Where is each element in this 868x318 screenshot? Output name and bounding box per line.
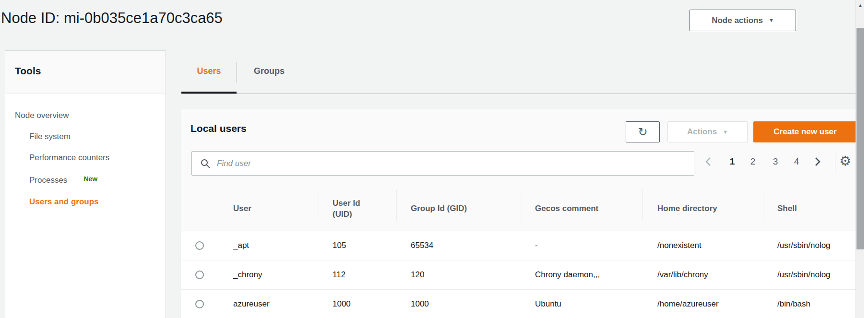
sidebar-item-performance-counters[interactable]: Performance counters (29, 153, 109, 163)
sidebar-item-processes[interactable]: ProcessesNew (29, 176, 97, 185)
column-separator (522, 189, 522, 221)
chevron-down-icon: ▼ (723, 130, 728, 135)
vertical-scrollbar[interactable]: ▲ (856, 0, 864, 318)
page-button-2[interactable]: 2 (747, 155, 759, 168)
cell-uid: 1000 (319, 290, 396, 318)
fleet-manager-screen: Node ID: mi-0b035ce1a70c3ca65 Node actio… (0, 0, 868, 318)
row-radio-button[interactable] (195, 271, 204, 279)
tools-sidebar: Tools Node overview File system Performa… (5, 50, 166, 318)
create-new-user-button[interactable]: Create new user (753, 121, 857, 142)
search-input[interactable] (217, 152, 694, 175)
cell-gecos: Ubuntu (522, 290, 642, 318)
cell-gecos: Chrony daemon,,, (522, 260, 642, 289)
cell-gid: 1000 (396, 290, 522, 318)
cell-home: /home/azureuser (642, 290, 763, 318)
chevron-down-icon: ▼ (769, 18, 774, 23)
sidebar-title: Tools (5, 51, 166, 94)
table-row: _chrony 112 120 Chrony daemon,,, /var/li… (181, 260, 857, 290)
local-users-table: User User Id (UID) Group Id (GID) Gecos … (181, 187, 857, 318)
cell-uid: 105 (319, 231, 396, 260)
column-separator (219, 189, 219, 221)
next-page-button[interactable] (811, 155, 824, 168)
refresh-button[interactable]: ↻ (626, 121, 660, 142)
new-badge: New (83, 175, 97, 183)
column-header-home: Home directory (642, 187, 763, 231)
cell-home: /var/lib/chrony (642, 260, 763, 289)
cell-gid: 120 (396, 260, 522, 289)
table-header-row: User User Id (UID) Group Id (GID) Gecos … (181, 187, 857, 231)
actions-button[interactable]: Actions ▼ (667, 121, 748, 142)
column-header-shell: Shell (763, 187, 857, 231)
row-radio-button[interactable] (195, 241, 204, 250)
window-edge (864, 0, 868, 318)
cell-gid: 65534 (396, 231, 522, 260)
refresh-icon: ↻ (638, 125, 647, 139)
cell-shell: /bin/bash (763, 290, 857, 318)
cell-user: _chrony (219, 260, 319, 289)
previous-page-button[interactable] (702, 155, 714, 168)
column-separator (642, 189, 643, 221)
search-icon (201, 159, 210, 168)
tab-divider (237, 62, 237, 83)
page-button-3[interactable]: 3 (769, 155, 782, 168)
column-header-gecos: Gecos comment (522, 187, 642, 231)
column-header-user: User (219, 187, 319, 231)
scrollbar-thumb[interactable] (856, 28, 864, 249)
column-header-uid: User Id (UID) (319, 187, 396, 231)
cell-user: _apt (219, 231, 319, 260)
cell-user: azureuser (219, 290, 319, 318)
settings-gear-icon[interactable]: ⚙ (839, 153, 851, 169)
pagination-divider (835, 153, 835, 173)
search-box (191, 151, 694, 176)
sidebar-item-file-system[interactable]: File system (29, 132, 71, 141)
column-separator (396, 189, 397, 221)
row-radio-button[interactable] (195, 300, 204, 308)
node-actions-label: Node actions (712, 16, 763, 25)
cell-gecos: - (522, 231, 642, 260)
page-button-4[interactable]: 4 (790, 155, 803, 168)
column-separator (319, 189, 319, 221)
page-button-1[interactable]: 1 (726, 155, 738, 168)
node-actions-button[interactable]: Node actions ▼ (690, 10, 796, 31)
tab-users[interactable]: Users (181, 50, 237, 92)
cell-shell: /usr/sbin/nolog (763, 260, 857, 289)
sidebar-item-users-and-groups[interactable]: Users and groups (29, 197, 99, 207)
table-row: azureuser 1000 1000 Ubuntu /home/azureus… (181, 290, 857, 318)
sidebar-item-node-overview[interactable]: Node overview (15, 111, 69, 120)
page-title: Node ID: mi-0b035ce1a70c3ca65 (1, 10, 223, 27)
tab-groups[interactable]: Groups (237, 50, 302, 92)
cell-shell: /usr/sbin/nolog (763, 231, 857, 260)
column-header-gid: Group Id (GID) (396, 187, 522, 231)
cell-home: /nonexistent (642, 231, 763, 260)
column-separator (763, 189, 763, 221)
table-row: _apt 105 65534 - /nonexistent /usr/sbin/… (181, 231, 857, 260)
tabs-bottom-border (181, 94, 856, 94)
cell-uid: 112 (319, 260, 396, 289)
local-users-panel: Local users ↻ Actions ▼ Create new user … (181, 109, 857, 318)
panel-title: Local users (190, 123, 247, 134)
scrollbar-up-arrow-icon[interactable]: ▲ (856, 2, 865, 8)
select-all-header-cell (181, 187, 219, 231)
